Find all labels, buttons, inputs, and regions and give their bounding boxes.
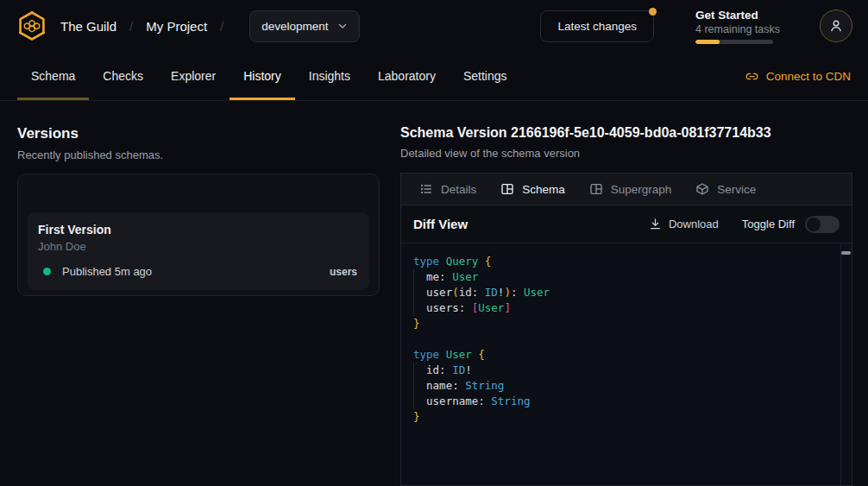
code-block: type Query { me: User user(id: ID!): Use…	[413, 254, 852, 425]
chevron-down-icon	[337, 21, 348, 31]
tab-checks[interactable]: Checks	[89, 52, 157, 100]
hive-logo-icon[interactable]	[16, 9, 48, 42]
breadcrumb-separator: /	[129, 19, 133, 34]
code-line	[413, 331, 852, 347]
indent-guide	[413, 269, 414, 316]
detail-tabbar: Details Schema Sup	[401, 174, 852, 205]
tab-schema-view[interactable]: Schema	[488, 174, 577, 205]
toggle-diff-label: Toggle Diff	[742, 218, 795, 230]
tab-supergraph[interactable]: Supergraph	[577, 174, 684, 205]
versions-title: Versions	[17, 125, 380, 142]
user-avatar[interactable]	[820, 9, 852, 42]
environment-value: development	[261, 20, 328, 33]
connect-to-cdn-button[interactable]: Connect to CDN	[745, 52, 851, 100]
tab-service[interactable]: Service	[683, 174, 768, 205]
version-detail-panel: Schema Version 2166196f-5e10-4059-bd0a-0…	[397, 101, 868, 486]
columns-icon	[500, 182, 514, 196]
tab-insights[interactable]: Insights	[295, 52, 364, 100]
schema-version-subtitle: Detailed view of the schema version	[400, 147, 852, 160]
code-line: me: User	[413, 269, 852, 285]
latest-changes-button[interactable]: Latest changes	[540, 10, 654, 42]
schema-version-title: Schema Version 2166196f-5e10-4059-bd0a-0…	[400, 125, 852, 141]
switch-knob	[807, 218, 821, 231]
code-line: name: String	[413, 378, 852, 394]
tab-service-label: Service	[717, 183, 756, 196]
versions-subtitle: Recently published schemas.	[17, 148, 380, 161]
tab-schema[interactable]: Schema	[17, 52, 89, 100]
download-icon	[649, 218, 662, 230]
code-line: username: String	[413, 394, 852, 409]
versions-list: First Version John Doe Published 5m ago …	[17, 174, 380, 296]
tab-explorer[interactable]: Explorer	[157, 52, 230, 100]
diff-view-title: Diff View	[413, 217, 468, 231]
tab-details[interactable]: Details	[407, 174, 488, 205]
list-icon	[419, 182, 433, 196]
app-header: The Guild / My Project / development Lat…	[0, 0, 868, 52]
version-list-item[interactable]: First Version John Doe Published 5m ago …	[28, 212, 369, 290]
connect-to-cdn-label: Connect to CDN	[766, 70, 851, 83]
link-icon	[745, 70, 758, 83]
scrollbar-thumb[interactable]	[841, 251, 851, 255]
notification-dot	[649, 8, 657, 16]
org-name[interactable]: The Guild	[60, 19, 116, 34]
version-status-row: Published 5m ago users	[38, 265, 357, 278]
schema-code-viewer[interactable]: type Query { me: User user(id: ID!): Use…	[401, 243, 852, 485]
scrollbar-track[interactable]	[840, 243, 841, 485]
tab-history[interactable]: History	[230, 52, 295, 100]
versions-panel: Versions Recently published schemas. Fir…	[0, 101, 397, 486]
published-status-text: Published 5m ago	[62, 265, 152, 278]
code-line: type Query {	[413, 254, 852, 269]
code-line: users: [User]	[413, 300, 852, 316]
tab-laboratory[interactable]: Laboratory	[364, 52, 450, 100]
diff-toolbar: Diff View Download Toggle Diff	[401, 205, 852, 243]
cube-icon	[695, 182, 709, 196]
tab-details-label: Details	[441, 183, 476, 196]
service-name-badge: users	[330, 266, 357, 278]
version-name: First Version	[38, 223, 357, 237]
user-icon	[828, 18, 844, 34]
progress-fill	[695, 40, 720, 44]
get-started-title: Get Started	[695, 9, 780, 22]
columns-icon	[589, 182, 603, 196]
download-label: Download	[669, 218, 719, 230]
latest-changes-label: Latest changes	[557, 20, 637, 33]
get-started-subtitle: 4 remaining tasks	[695, 23, 780, 35]
toggle-diff-switch[interactable]	[805, 216, 840, 233]
main-content: Versions Recently published schemas. Fir…	[0, 101, 868, 486]
code-line: }	[413, 409, 852, 425]
target-nav: Schema Checks Explorer History Insights …	[0, 52, 868, 101]
download-button[interactable]: Download	[649, 218, 719, 230]
get-started-progress	[695, 40, 773, 44]
tab-supergraph-label: Supergraph	[611, 183, 672, 196]
get-started-widget[interactable]: Get Started 4 remaining tasks	[695, 9, 780, 44]
code-line: user(id: ID!): User	[413, 285, 852, 300]
tab-schema-view-label: Schema	[522, 183, 565, 196]
project-name[interactable]: My Project	[146, 19, 207, 34]
environment-selector[interactable]: development	[249, 10, 359, 42]
breadcrumb-separator: /	[220, 19, 223, 34]
published-status-dot	[43, 268, 51, 275]
tab-settings[interactable]: Settings	[450, 52, 521, 100]
code-line: type User {	[413, 347, 852, 363]
code-line: }	[413, 316, 852, 331]
code-line: id: ID!	[413, 363, 852, 378]
schema-detail-card: Details Schema Sup	[400, 173, 852, 486]
indent-guide	[413, 363, 414, 409]
version-author: John Doe	[38, 240, 357, 253]
